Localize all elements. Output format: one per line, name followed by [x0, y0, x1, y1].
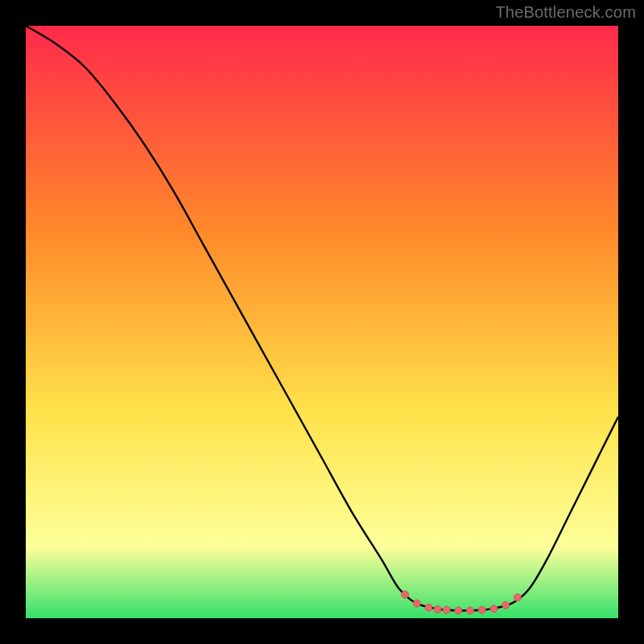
- watermark-text: TheBottleneck.com: [495, 3, 636, 22]
- optimal-dot: [478, 606, 485, 613]
- optimal-dot: [443, 606, 450, 613]
- optimal-dot: [434, 605, 441, 613]
- optimal-dot: [402, 591, 409, 598]
- optimal-dot: [425, 604, 432, 611]
- optimal-dot: [502, 601, 510, 609]
- bottleneck-chart-canvas: TheBottleneck.com: [0, 0, 644, 644]
- optimal-dot: [514, 594, 521, 601]
- chart-svg: [0, 0, 644, 644]
- plot-area: [26, 26, 618, 618]
- optimal-dot: [490, 605, 497, 613]
- optimal-dot: [467, 607, 474, 614]
- optimal-dot: [413, 600, 420, 607]
- optimal-dot: [455, 607, 462, 614]
